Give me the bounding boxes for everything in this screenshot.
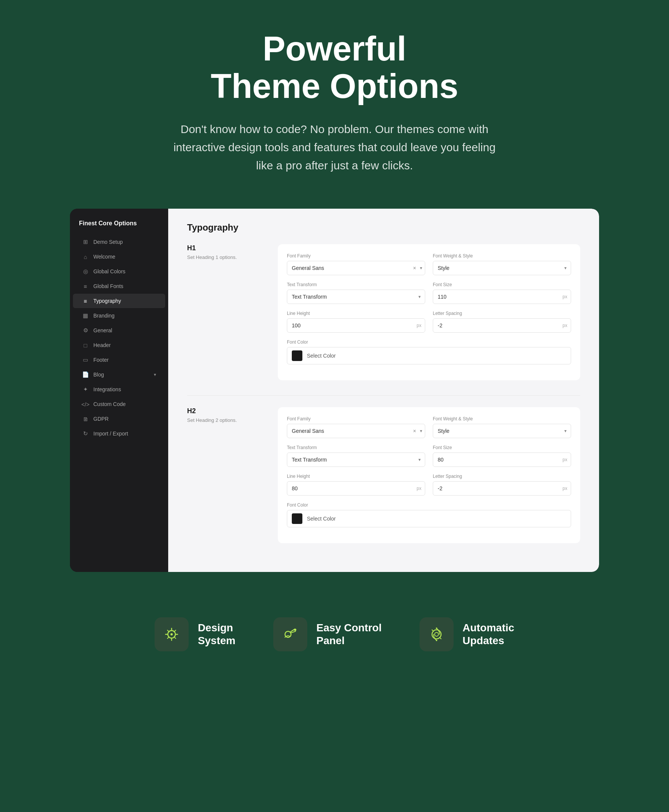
- h1-line-height-unit: px: [417, 323, 422, 328]
- h1-line-height-wrapper: px: [287, 318, 425, 333]
- h2-font-family-wrapper: × ▾: [287, 424, 425, 438]
- h1-row-1: Font Family × ▾ Font Weight & Style: [287, 253, 571, 275]
- h1-fields: Font Family × ▾ Font Weight & Style: [278, 244, 580, 380]
- h2-font-size-wrapper: px: [433, 452, 571, 467]
- auto-updates-icon-box: [420, 617, 454, 651]
- h1-label: H1 Set Heading 1 options.: [187, 244, 263, 380]
- sidebar-item-gdpr[interactable]: 🗎 GDPR: [73, 412, 165, 426]
- h1-letter-spacing-label: Letter Spacing: [433, 311, 571, 316]
- h2-color-field[interactable]: Select Color: [287, 510, 571, 527]
- sidebar-item-blog[interactable]: 📄 Blog ▾: [73, 367, 165, 382]
- h1-font-color-group: Font Color Select Color: [287, 340, 571, 365]
- h1-text-transform-select-wrapper: Text Transform: [287, 289, 425, 304]
- h1-row-2: Text Transform Text Transform Font Size: [287, 282, 571, 304]
- h2-line-height-input[interactable]: [287, 481, 425, 496]
- sidebar-item-label: Welcome: [93, 254, 115, 260]
- sidebar-item-general[interactable]: ⚙ General: [73, 323, 165, 338]
- h1-font-size-input[interactable]: [433, 289, 571, 304]
- h2-line-height-group: Line Height px: [287, 474, 425, 496]
- h1-font-color-label: Font Color: [287, 340, 571, 345]
- h1-letter-spacing-wrapper: px: [433, 318, 571, 333]
- sidebar-item-global-fonts[interactable]: ≡ Global Fonts: [73, 279, 165, 293]
- sidebar-item-import-export[interactable]: ↻ Import / Export: [73, 426, 165, 441]
- sidebar-item-label: GDPR: [93, 416, 108, 422]
- h2-row-4: Font Color Select Color: [287, 503, 571, 527]
- h1-heading: H1: [187, 244, 263, 252]
- h1-font-family-label: Font Family: [287, 253, 425, 259]
- h2-text-transform-group: Text Transform Text Transform: [287, 445, 425, 467]
- h2-text-transform-select[interactable]: Text Transform: [287, 452, 425, 467]
- h1-font-size-label: Font Size: [433, 282, 571, 287]
- h2-font-weight-label: Font Weight & Style: [433, 416, 571, 422]
- h1-line-height-group: Line Height px: [287, 311, 425, 333]
- svg-point-1: [170, 633, 173, 635]
- h2-letter-spacing-label: Letter Spacing: [433, 474, 571, 479]
- h2-row-3: Line Height px Letter Spacing px: [287, 474, 571, 496]
- sidebar-item-branding[interactable]: ▦ Branding: [73, 308, 165, 323]
- h1-font-weight-select-wrapper: Style: [433, 261, 571, 275]
- h2-font-weight-select-wrapper: Style: [433, 424, 571, 438]
- h1-letter-spacing-group: Letter Spacing px: [433, 311, 571, 333]
- hero-title: PowerfulTheme Options: [76, 30, 593, 105]
- h2-font-size-input[interactable]: [433, 452, 571, 467]
- h1-line-height-label: Line Height: [287, 311, 425, 316]
- h1-font-size-group: Font Size px: [433, 282, 571, 304]
- refresh-icon: ↻: [82, 430, 89, 437]
- easy-control-icon: [281, 625, 299, 644]
- sidebar-item-typography[interactable]: ≡ Typography: [73, 294, 165, 308]
- sidebar-item-label: Blog: [93, 372, 104, 378]
- h1-font-family-clear[interactable]: ×: [413, 265, 416, 271]
- h2-text-transform-select-wrapper: Text Transform: [287, 452, 425, 467]
- design-system-title: DesignSystem: [198, 622, 235, 647]
- h2-line-height-wrapper: px: [287, 481, 425, 496]
- h1-text-transform-select[interactable]: Text Transform: [287, 289, 425, 304]
- app-window-wrapper: Finest Core Options ⊞ Demo Setup ⌂ Welco…: [0, 197, 669, 595]
- h1-font-weight-group: Font Weight & Style Style: [433, 253, 571, 275]
- integrations-icon: ✦: [82, 386, 89, 393]
- h1-font-weight-select[interactable]: Style: [433, 261, 571, 275]
- sidebar-item-global-colors[interactable]: ◎ Global Colors: [73, 264, 165, 279]
- h2-font-family-input[interactable]: [287, 424, 425, 438]
- h2-letter-spacing-input[interactable]: [433, 481, 571, 496]
- h2-font-weight-select[interactable]: Style: [433, 424, 571, 438]
- easy-control-text: Easy ControlPanel: [316, 622, 382, 647]
- home-icon: ⌂: [82, 253, 89, 260]
- h1-letter-spacing-unit: px: [562, 323, 567, 328]
- sidebar-item-integrations[interactable]: ✦ Integrations: [73, 382, 165, 397]
- chevron-down-icon: ▾: [154, 372, 156, 377]
- h1-font-family-group: Font Family × ▾: [287, 253, 425, 275]
- sidebar-item-welcome[interactable]: ⌂ Welcome: [73, 249, 165, 264]
- h2-font-size-group: Font Size px: [433, 445, 571, 467]
- sidebar-item-footer[interactable]: ▭ Footer: [73, 353, 165, 367]
- sidebar-item-custom-code[interactable]: </> Custom Code: [73, 397, 165, 411]
- h1-letter-spacing-input[interactable]: [433, 318, 571, 333]
- sidebar-item-label: Custom Code: [93, 401, 126, 407]
- h1-color-field[interactable]: Select Color: [287, 347, 571, 365]
- h1-description: Set Heading 1 options.: [187, 254, 263, 260]
- feature-easy-control: Easy ControlPanel: [273, 617, 382, 651]
- hero-subtitle: Don't know how to code? No problem. Our …: [165, 120, 504, 175]
- type-icon: ≡: [82, 298, 89, 304]
- sidebar-item-demo-setup[interactable]: ⊞ Demo Setup: [73, 235, 165, 249]
- h2-row-2: Text Transform Text Transform Font Size: [287, 445, 571, 467]
- design-system-icon-box: [155, 617, 188, 651]
- sidebar-item-label: Global Colors: [93, 268, 126, 274]
- h1-text-transform-group: Text Transform Text Transform: [287, 282, 425, 304]
- h1-font-family-input[interactable]: [287, 261, 425, 275]
- h1-row-4: Font Color Select Color: [287, 340, 571, 365]
- hero-section: PowerfulTheme Options Don't know how to …: [0, 0, 669, 197]
- h1-section: H1 Set Heading 1 options. Font Family × …: [187, 244, 580, 380]
- feature-design-system: DesignSystem: [155, 617, 235, 651]
- section-divider: [187, 395, 580, 396]
- settings-icon: ⚙: [82, 327, 89, 334]
- sidebar-item-label: Demo Setup: [93, 239, 123, 245]
- h1-row-3: Line Height px Letter Spacing px: [287, 311, 571, 333]
- h1-color-swatch: [292, 350, 303, 361]
- sidebar-item-header[interactable]: □ Header: [73, 338, 165, 352]
- h1-font-family-wrapper: × ▾: [287, 261, 425, 275]
- sidebar-item-label: Global Fonts: [93, 283, 123, 289]
- h2-font-family-clear[interactable]: ×: [413, 428, 416, 434]
- sidebar-item-label: Branding: [93, 313, 114, 319]
- h1-line-height-input[interactable]: [287, 318, 425, 333]
- monitor-icon: ▭: [82, 356, 89, 363]
